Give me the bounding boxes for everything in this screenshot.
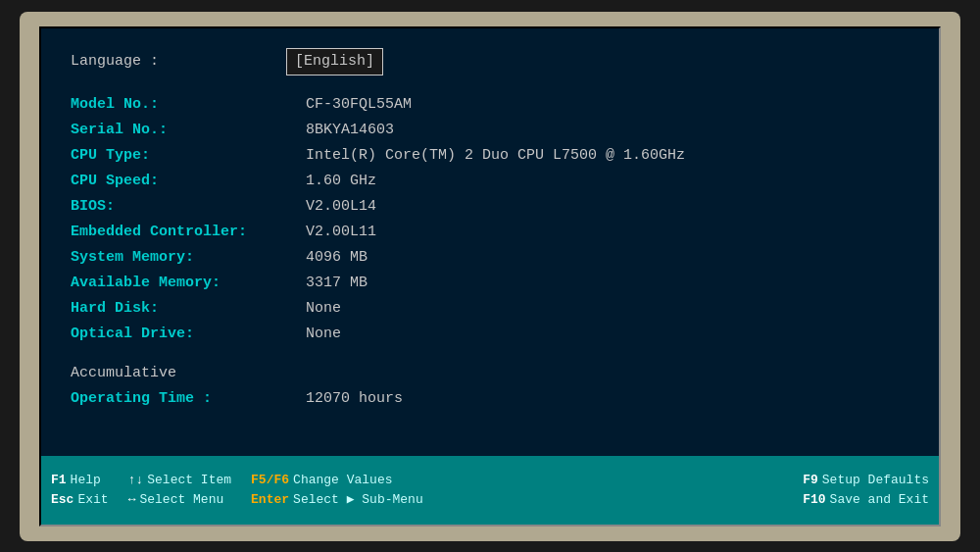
- cpu-speed-value: 1.60 GHz: [306, 170, 376, 193]
- optical-value: None: [306, 323, 341, 346]
- hotkey-group-f9-f10: F9 Setup Defaults F10 Save and Exit: [803, 471, 929, 509]
- table-row: Serial No.: 8BKYA14603: [71, 119, 909, 142]
- language-value: [English]: [286, 48, 383, 75]
- language-row: Language : [English]: [71, 48, 909, 75]
- hotkey-esc: Esc Exit: [51, 490, 109, 510]
- hotkey-f10: F10 Save and Exit: [803, 490, 929, 510]
- f10-desc: Save and Exit: [830, 490, 929, 510]
- model-value: CF-30FQL55AM: [306, 93, 412, 117]
- hotkey-f1: F1 Help: [51, 471, 101, 490]
- table-row: CPU Type: Intel(R) Core(TM) 2 Duo CPU L7…: [71, 144, 909, 168]
- embedded-label: Embedded Controller:: [71, 221, 306, 244]
- model-label: Model No.:: [71, 93, 306, 117]
- ud-desc: Select Item: [147, 471, 231, 490]
- bottom-bar: F1 Help Esc Exit ↑↓ Select Item ↔ Select…: [41, 456, 939, 525]
- accumulative-section: Accumulative Operating Time : 12070 hour…: [71, 362, 909, 411]
- table-row: Embedded Controller: V2.00L11: [71, 221, 909, 244]
- esc-desc: Exit: [77, 490, 108, 510]
- embedded-value: V2.00L11: [306, 221, 376, 244]
- table-row: System Memory: 4096 MB: [71, 246, 909, 270]
- operating-label: Operating Time :: [71, 387, 306, 411]
- bios-value: V2.00L14: [306, 195, 376, 219]
- monitor-outer: Language : [English] Model No.: CF-30FQL…: [20, 12, 960, 541]
- hotkey-lr: ↔ Select Menu: [128, 490, 224, 510]
- hotkey-group-nav: ↑↓ Select Item ↔ Select Menu: [128, 471, 231, 509]
- f5f6-key: F5/F6: [251, 471, 289, 490]
- lr-key: ↔: [128, 490, 136, 510]
- sys-mem-label: System Memory:: [71, 246, 306, 270]
- operating-row: Operating Time : 12070 hours: [71, 387, 909, 411]
- f1-key: F1: [51, 471, 67, 490]
- language-label: Language :: [71, 50, 286, 74]
- f9-key: F9: [803, 471, 818, 490]
- bios-label: BIOS:: [71, 195, 306, 219]
- f1-desc: Help: [71, 471, 101, 490]
- ud-key: ↑↓: [128, 471, 144, 490]
- table-row: Model No.: CF-30FQL55AM: [71, 93, 909, 117]
- enter-key: Enter: [251, 490, 289, 510]
- hdd-label: Hard Disk:: [71, 297, 306, 321]
- hotkey-enter: Enter Select ▶ Sub-Menu: [251, 490, 423, 510]
- hotkey-group-f1-esc: F1 Help Esc Exit: [51, 471, 109, 509]
- serial-value: 8BKYA14603: [306, 119, 394, 142]
- sys-mem-value: 4096 MB: [306, 246, 368, 270]
- table-row: Available Memory: 3317 MB: [71, 272, 909, 295]
- optical-label: Optical Drive:: [71, 323, 306, 346]
- table-row: Hard Disk: None: [71, 297, 909, 321]
- hotkey-group-f5f6-enter: F5/F6 Change Values Enter Select ▶ Sub-M…: [251, 471, 423, 509]
- screen: Language : [English] Model No.: CF-30FQL…: [39, 26, 941, 527]
- avail-mem-label: Available Memory:: [71, 272, 306, 295]
- cpu-type-value: Intel(R) Core(TM) 2 Duo CPU L7500 @ 1.60…: [306, 144, 685, 168]
- f10-key: F10: [803, 490, 825, 510]
- avail-mem-value: 3317 MB: [306, 272, 368, 295]
- bios-content: Language : [English] Model No.: CF-30FQL…: [41, 28, 939, 456]
- cpu-speed-label: CPU Speed:: [71, 170, 306, 193]
- table-row: BIOS: V2.00L14: [71, 195, 909, 219]
- operating-value: 12070 hours: [306, 387, 403, 411]
- accumulative-title: Accumulative: [71, 362, 909, 385]
- table-row: Optical Drive: None: [71, 323, 909, 346]
- lr-desc: Select Menu: [139, 490, 223, 510]
- table-row: CPU Speed: 1.60 GHz: [71, 170, 909, 193]
- enter-desc: Select ▶ Sub-Menu: [293, 490, 423, 510]
- hotkey-f5f6: F5/F6 Change Values: [251, 471, 392, 490]
- hotkey-f9: F9 Setup Defaults: [803, 471, 929, 490]
- info-table: Model No.: CF-30FQL55AM Serial No.: 8BKY…: [71, 93, 909, 346]
- hdd-value: None: [306, 297, 341, 321]
- f9-desc: Setup Defaults: [822, 471, 929, 490]
- hotkey-ud: ↑↓ Select Item: [128, 471, 231, 490]
- serial-label: Serial No.:: [71, 119, 306, 142]
- esc-key: Esc: [51, 490, 74, 510]
- f5f6-desc: Change Values: [293, 471, 392, 490]
- cpu-type-label: CPU Type:: [71, 144, 306, 168]
